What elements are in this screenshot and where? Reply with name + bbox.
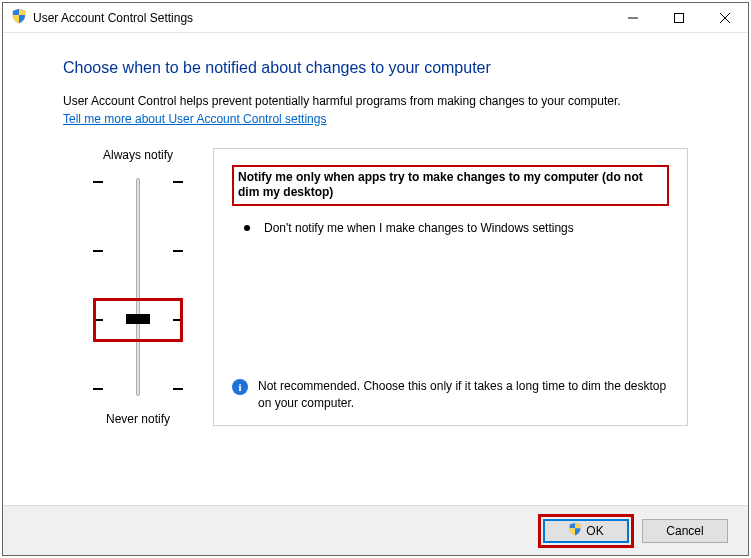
titlebar: User Account Control Settings — [3, 3, 748, 33]
list-item: Don't notify me when I make changes to W… — [244, 220, 669, 236]
level-heading: Notify me only when apps try to make cha… — [232, 165, 669, 206]
shield-icon — [11, 8, 27, 27]
recommendation-text: Not recommended. Choose this only if it … — [258, 378, 669, 410]
notification-slider[interactable] — [93, 172, 183, 402]
description-text: User Account Control helps prevent poten… — [63, 93, 688, 110]
slider-bottom-label: Never notify — [106, 412, 170, 426]
bullet-text: Don't notify me when I make changes to W… — [264, 220, 574, 236]
minimize-button[interactable] — [610, 3, 656, 32]
ok-button-label: OK — [586, 524, 603, 538]
main-area: Always notify Never notify Notify me onl… — [63, 148, 688, 426]
slider-track — [136, 178, 140, 396]
cancel-button-label: Cancel — [666, 524, 703, 538]
slider-top-label: Always notify — [103, 148, 173, 162]
button-bar: OK Cancel — [3, 505, 748, 555]
uac-settings-window: User Account Control Settings Choose whe… — [2, 2, 749, 556]
annotation-highlight: OK — [538, 514, 634, 548]
content-area: Choose when to be notified about changes… — [3, 33, 748, 505]
ok-button[interactable]: OK — [543, 519, 629, 543]
shield-icon — [568, 522, 582, 539]
bullet-icon — [244, 225, 250, 231]
window-title: User Account Control Settings — [33, 11, 610, 25]
cancel-button[interactable]: Cancel — [642, 519, 728, 543]
window-controls — [610, 3, 748, 32]
slider-column: Always notify Never notify — [63, 148, 213, 426]
slider-thumb[interactable] — [126, 314, 150, 324]
main-instruction: Choose when to be notified about changes… — [63, 59, 688, 77]
recommendation-row: i Not recommended. Choose this only if i… — [232, 378, 669, 410]
close-button[interactable] — [702, 3, 748, 32]
svg-rect-1 — [675, 13, 684, 22]
info-icon: i — [232, 379, 248, 395]
help-link[interactable]: Tell me more about User Account Control … — [63, 112, 326, 126]
maximize-button[interactable] — [656, 3, 702, 32]
detail-panel: Notify me only when apps try to make cha… — [213, 148, 688, 426]
